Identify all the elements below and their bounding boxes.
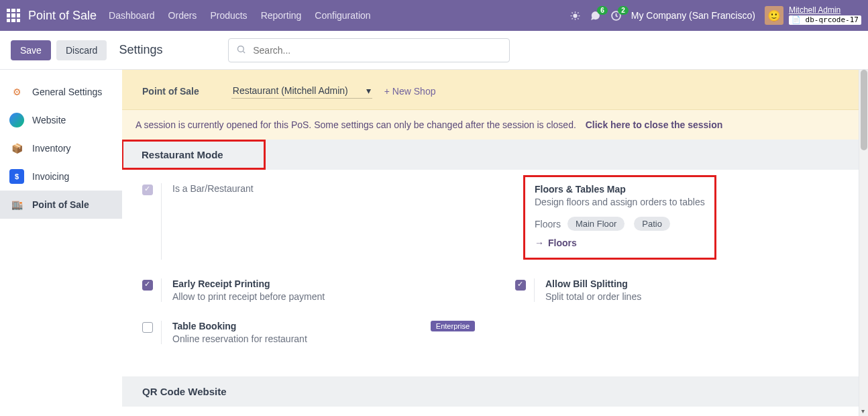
sidebar-item-general[interactable]: ⚙ General Settings: [0, 78, 122, 106]
chat-icon[interactable]: 6: [590, 10, 601, 21]
apps-icon[interactable]: [7, 9, 20, 22]
settings-sidebar: ⚙ General Settings Website 📦 Inventory $…: [0, 70, 122, 416]
sidebar-item-label: Website: [32, 115, 66, 125]
menu-dashboard[interactable]: Dashboard: [109, 10, 155, 21]
new-shop-link[interactable]: + New Shop: [384, 86, 436, 97]
option-floors-title: Floors & Tables Map: [535, 184, 705, 195]
menu-reporting[interactable]: Reporting: [261, 10, 302, 21]
sidebar-item-invoicing[interactable]: $ Invoicing: [0, 162, 122, 191]
app-brand[interactable]: Point of Sale: [28, 9, 97, 23]
section-qr-website: QR Code Website: [122, 376, 868, 407]
action-bar: Save Discard Settings: [0, 31, 868, 70]
activity-badge: 2: [618, 6, 629, 15]
checkbox-early-receipt[interactable]: [142, 280, 153, 291]
user-menu[interactable]: Mitchell Admin 📄 db-qrcode-17: [789, 6, 861, 25]
floors-map-highlight: Floors & Tables Map Design floors and as…: [523, 175, 716, 260]
option-bill-split-title: Allow Bill Splitting: [545, 278, 641, 289]
sidebar-item-label: Point of Sale: [32, 199, 89, 210]
pos-label: Point of Sale: [142, 86, 199, 97]
scrollbar-thumb[interactable]: [861, 70, 867, 150]
floors-link[interactable]: → Floors: [535, 238, 577, 248]
search-icon: [236, 44, 246, 56]
invoice-icon: $: [9, 169, 24, 184]
checkbox-table-booking[interactable]: [142, 322, 153, 333]
gear-icon: ⚙: [9, 85, 24, 99]
shop-icon: 🏬: [9, 197, 24, 212]
option-floors-desc: Design floors and assign orders to table…: [535, 197, 705, 207]
floor-tag[interactable]: Main Floor: [567, 217, 625, 231]
svg-point-0: [573, 13, 577, 17]
sidebar-item-website[interactable]: Website: [0, 106, 122, 134]
sidebar-item-label: General Settings: [32, 87, 102, 97]
top-navbar: Point of Sale Dashboard Orders Products …: [0, 0, 868, 31]
option-bill-split-desc: Split total or order lines: [545, 291, 641, 302]
db-name: 📄 db-qrcode-17: [789, 15, 861, 25]
box-icon: 📦: [9, 141, 24, 156]
save-button[interactable]: Save: [11, 40, 51, 60]
menu-orders[interactable]: Orders: [168, 10, 197, 21]
close-session-link[interactable]: Click here to close the session: [586, 119, 723, 130]
user-name: Mitchell Admin: [789, 6, 861, 15]
company-selector[interactable]: My Company (San Francisco): [631, 10, 755, 21]
section-title: Restaurant Mode: [122, 140, 266, 170]
avatar[interactable]: 🙂: [765, 6, 783, 25]
arrow-right-icon: →: [535, 238, 544, 248]
chevron-down-icon: ▾: [366, 85, 371, 96]
option-is-bar-label: Is a Bar/Restaurant: [172, 183, 254, 194]
scrollbar[interactable]: ▾: [859, 70, 868, 416]
section-title: QR Code Website: [142, 386, 227, 397]
activity-icon[interactable]: 2: [610, 10, 622, 21]
floors-label: Floors: [535, 219, 561, 229]
option-table-booking-desc: Online reservation for restaurant: [172, 333, 307, 344]
floor-tag[interactable]: Patio: [634, 217, 670, 231]
page-title: Settings: [119, 43, 162, 57]
chat-badge: 6: [597, 6, 608, 15]
option-table-booking-title: Table Booking: [172, 321, 307, 331]
search-input[interactable]: [228, 38, 510, 62]
scroll-down-icon[interactable]: ▾: [861, 407, 865, 415]
sidebar-item-pos[interactable]: 🏬 Point of Sale: [0, 191, 122, 219]
settings-content: Point of Sale Restaurant (Mitchell Admin…: [122, 70, 868, 416]
sidebar-item-inventory[interactable]: 📦 Inventory: [0, 134, 122, 162]
globe-icon: [9, 113, 24, 127]
checkbox-bill-split[interactable]: [515, 280, 526, 291]
menu-configuration[interactable]: Configuration: [315, 10, 370, 21]
checkbox-is-bar[interactable]: [142, 185, 153, 195]
option-early-receipt-desc: Allow to print receipt before payment: [172, 291, 325, 302]
svg-point-2: [238, 46, 244, 52]
session-warning: A session is currently opened for this P…: [122, 110, 868, 140]
pos-selector-bar: Point of Sale Restaurant (Mitchell Admin…: [122, 70, 868, 110]
warning-text: A session is currently opened for this P…: [135, 119, 576, 130]
sidebar-item-label: Inventory: [32, 143, 71, 154]
pos-select[interactable]: Restaurant (Mitchell Admin) ▾: [231, 83, 372, 99]
menu-products[interactable]: Products: [210, 10, 247, 21]
sidebar-item-label: Invoicing: [32, 171, 69, 182]
enterprise-badge: Enterprise: [431, 321, 475, 331]
section-restaurant-mode: Restaurant Mode: [122, 140, 868, 170]
discard-button[interactable]: Discard: [56, 40, 107, 60]
bug-icon[interactable]: [570, 11, 580, 21]
option-early-receipt-title: Early Receipt Printing: [172, 278, 325, 289]
